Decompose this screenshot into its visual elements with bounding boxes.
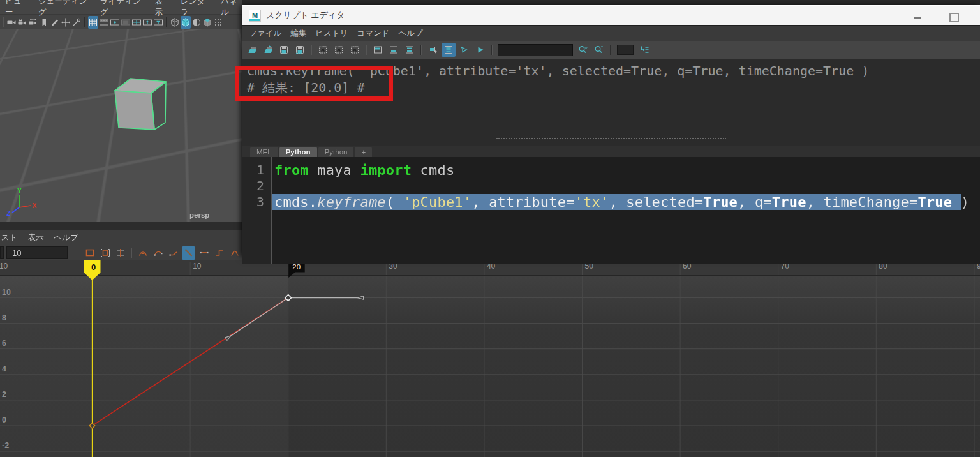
- viewport-3d-view[interactable]: Y X Z persp: [0, 29, 242, 222]
- menu-item[interactable]: ファイル: [249, 28, 281, 39]
- tangent-auto-icon[interactable]: [136, 246, 149, 260]
- toolbar-separator: [166, 17, 167, 27]
- save-selected-icon[interactable]: [293, 43, 307, 57]
- save-script-icon[interactable]: [277, 43, 291, 57]
- ge-rect-icon[interactable]: [83, 246, 96, 260]
- show-both-panels-icon[interactable]: [403, 43, 417, 57]
- maximize-icon[interactable]: [949, 13, 959, 22]
- menu-item[interactable]: コマンド: [357, 28, 389, 39]
- toolbar-separator: [3, 17, 4, 27]
- menu-item[interactable]: リスト: [0, 232, 17, 243]
- menu-item[interactable]: 編集: [290, 28, 306, 39]
- tangent-step-icon[interactable]: [212, 246, 226, 260]
- ge-rect-split-icon[interactable]: [114, 246, 127, 260]
- code-editor[interactable]: 1from maya import cmds23cmds.keyframe( '…: [242, 157, 980, 264]
- tab-python-2[interactable]: Python: [318, 147, 354, 157]
- history-lines-icon[interactable]: [442, 43, 456, 57]
- quick-help-swatch[interactable]: [617, 45, 634, 55]
- toolbar-separator: [84, 17, 85, 27]
- textured-sphere-icon[interactable]: [191, 16, 202, 29]
- stats-frame-field-clipped[interactable]: [0, 246, 4, 259]
- menu-item[interactable]: ヘルプ: [399, 28, 423, 39]
- viewport-toolbar: [0, 14, 242, 29]
- camcorder-icon[interactable]: [6, 16, 17, 29]
- value-tick-label: 2: [2, 390, 6, 399]
- tab-python-active[interactable]: Python: [279, 147, 317, 157]
- toolbar-separator: [420, 45, 422, 55]
- cube-front-face[interactable]: [115, 91, 154, 130]
- value-tick-label: 0: [2, 416, 6, 424]
- search-input[interactable]: [498, 44, 573, 56]
- textured-cube-icon[interactable]: [202, 16, 212, 29]
- value-tick-label: -2: [2, 441, 9, 450]
- pencil-icon[interactable]: [50, 16, 60, 29]
- tangent-flat-icon[interactable]: [197, 246, 211, 260]
- frame-tick-label: 10: [193, 262, 202, 271]
- shaded-cube-icon[interactable]: [181, 16, 191, 29]
- show-input-panel-icon[interactable]: [387, 43, 401, 57]
- tangent-plateau-icon[interactable]: [228, 246, 241, 260]
- minimize-icon[interactable]: [914, 17, 921, 19]
- code-line: 3cmds.keyframe( 'pCube1', attribute='tx'…: [242, 194, 980, 210]
- resolution-gate-icon[interactable]: [110, 16, 120, 29]
- toolbar-separator: [491, 45, 493, 55]
- clear-history-icon[interactable]: [316, 43, 330, 57]
- axis-x-label: X: [33, 202, 37, 209]
- viewport-bottom-bar: [0, 222, 242, 230]
- source-script-icon[interactable]: [261, 43, 275, 57]
- current-time-label: 0: [91, 262, 96, 272]
- clear-all-icon[interactable]: [348, 43, 362, 57]
- menu-item[interactable]: ヘルプ: [54, 232, 78, 243]
- show-history-panel-icon[interactable]: [371, 43, 385, 57]
- maya-logo-icon: M: [249, 10, 261, 22]
- graph-editor-header: リスト表示ヘルプ: [0, 230, 242, 261]
- execute-outline-icon[interactable]: [457, 43, 471, 57]
- echo-commands-icon[interactable]: [426, 43, 440, 57]
- toolbar-separator: [131, 248, 132, 258]
- menu-item[interactable]: パネル: [221, 0, 242, 18]
- script-editor-titlebar[interactable]: M スクリプト エディタ: [242, 5, 980, 25]
- indent-list-icon[interactable]: [637, 43, 651, 57]
- viewport-menubar: ビューシェーディングライティング表示レンダラパネル: [0, 0, 242, 14]
- stats-value-input[interactable]: [6, 246, 68, 259]
- code-line: 2: [242, 178, 980, 194]
- value-tick-label: 6: [2, 339, 6, 348]
- viewport-panel: ビューシェーディングライティング表示レンダラパネル Y X Z: [0, 0, 242, 230]
- tangent-linear-icon[interactable]: [182, 246, 195, 260]
- axis-gizmo: Y X Z: [5, 188, 38, 220]
- track-tool-icon[interactable]: [61, 16, 71, 29]
- toolbar-separator: [311, 45, 312, 55]
- window-title: スクリプト エディタ: [266, 10, 345, 21]
- menu-item[interactable]: ヒストリ: [315, 28, 348, 39]
- tab-mel[interactable]: MEL: [250, 147, 278, 157]
- camera-orbit-icon[interactable]: [28, 16, 38, 29]
- camera-label: persp: [189, 211, 209, 219]
- safe-title-icon[interactable]: [153, 16, 163, 29]
- zoom-out-icon[interactable]: [576, 43, 590, 57]
- wireframe-cube-icon[interactable]: [170, 16, 180, 29]
- tab-add[interactable]: +: [355, 147, 372, 157]
- clear-input-icon[interactable]: [332, 43, 346, 57]
- film-gate-icon[interactable]: [99, 16, 109, 29]
- open-script-icon[interactable]: [245, 43, 259, 57]
- value-tick-label: 10: [2, 288, 11, 297]
- frame-tick-label: -10: [0, 262, 8, 271]
- light-dots-icon[interactable]: [213, 16, 223, 29]
- menu-item[interactable]: 表示: [27, 232, 43, 243]
- bookmark-icon[interactable]: [39, 16, 49, 29]
- graph-editor-canvas[interactable]: -1001020304050607080901086420-2020: [0, 260, 980, 457]
- tangent-spline-icon[interactable]: [151, 246, 165, 260]
- camera-lock-icon[interactable]: [17, 16, 27, 29]
- gate-mask-icon[interactable]: [121, 16, 131, 29]
- safe-action-icon[interactable]: [142, 16, 152, 29]
- zoom-in-icon[interactable]: [592, 43, 606, 57]
- execute-icon[interactable]: [473, 43, 487, 57]
- toolbar-separator: [610, 45, 611, 55]
- field-chart-icon[interactable]: [131, 16, 142, 29]
- ge-rect-brackets-icon[interactable]: [98, 246, 112, 260]
- tangent-clamped-icon[interactable]: [167, 246, 180, 260]
- script-editor-window: M スクリプト エディタ ファイル編集ヒストリコマンドヘルプ cmds.keyf…: [242, 5, 980, 255]
- grid-icon[interactable]: [88, 16, 98, 29]
- script-tab-bar: MEL Python Python +: [242, 146, 980, 157]
- measure-tool-icon[interactable]: [71, 16, 82, 29]
